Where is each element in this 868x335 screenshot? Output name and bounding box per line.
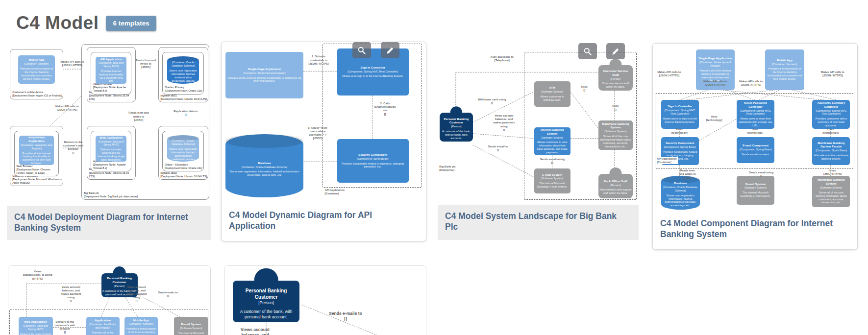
node-single-page-application: Single-Page Application[Container: Javas… bbox=[225, 52, 303, 99]
edge-label: Sends e-mails to [] bbox=[329, 311, 362, 322]
node-reset-password-controller: Reset Password Controller[Component: Spr… bbox=[737, 100, 774, 128]
template-card-4[interactable]: Single-Page Application[Container: Javas… bbox=[652, 43, 858, 250]
edge-label: Delivers to the customer's web browser [… bbox=[55, 320, 75, 335]
frame-label: Oracle - Primary [Deployment Node: Oracl… bbox=[165, 86, 202, 93]
template-thumbnail: Single-Page Application[Container: Javas… bbox=[653, 44, 857, 212]
edge-label: Sends e-mail using [] bbox=[540, 158, 565, 165]
node-accounts-summary-controller: Accounts Summary Controller[Component: S… bbox=[812, 100, 850, 128]
template-card-6[interactable]: Personal Banking Customer[Person]A custo… bbox=[224, 265, 426, 335]
card-footer: C4 Model Dynamic Diagram for API Applica… bbox=[222, 204, 426, 241]
node-web-application: Web Application[Container: Java and Spri… bbox=[96, 136, 126, 162]
edit-icon[interactable] bbox=[606, 43, 625, 59]
edge-label: Sends e-mail using [] bbox=[749, 171, 773, 178]
edge-label: Makes API calls to [JSON / HTTPS] bbox=[61, 60, 84, 67]
node-customer-service-staff: Customer Service Staff[Person]Customer s… bbox=[598, 65, 633, 91]
edge-label: Big Bank plc [Enterprise] bbox=[439, 165, 455, 172]
template-card-3[interactable]: Personal Banking Customer[Person]A custo… bbox=[438, 43, 639, 240]
frame-label: Web Browser [Deployment Node: Chrome, Fi… bbox=[17, 165, 59, 175]
edge-label: Delivers to the customer's web browser [… bbox=[63, 141, 83, 155]
node-email-system: E-mail System[Software System]The intern… bbox=[737, 176, 774, 204]
edge-label: 2: Calls isAuthenticated() on [] bbox=[374, 102, 396, 116]
edge-label: Makes API calls to [JSON / HTTPS] bbox=[55, 105, 79, 112]
template-title[interactable]: C4 Model System Landscape for Big Bank P… bbox=[438, 205, 639, 239]
edge-label: Views account balances, and makes paymen… bbox=[61, 286, 81, 303]
edge-label: Send e-mails to [] bbox=[158, 291, 178, 298]
template-card-5[interactable]: Personal Banking Customer[Person]A custo… bbox=[8, 265, 211, 335]
node-atm: ATM[Software System]Allows customers to … bbox=[534, 81, 570, 107]
edge-label: 3: select * from users where username = … bbox=[308, 126, 327, 141]
card-footer: C4 Model System Landscape for Big Bank P… bbox=[438, 205, 639, 240]
node-database-primary: Database[Container: Oracle Database Sche… bbox=[167, 56, 199, 84]
frame-label: Oracle - Secondary [Deployment Node: Ora… bbox=[165, 163, 202, 170]
edge-label: 1: Submits credentials to [JSON / HTTPS] bbox=[308, 55, 328, 65]
edge-label: Withdraws cash using [] bbox=[478, 98, 506, 105]
frame-label: Apache Tomcat [Deployment Node: Apache T… bbox=[93, 82, 131, 93]
template-title[interactable]: C4 Model Component Diagram for Internet … bbox=[653, 212, 857, 246]
node-mainframe-banking-system: Mainframe Banking System[Software System… bbox=[598, 120, 633, 149]
node-mainframe-banking-system-facade: Mainframe Banking System Facade[Componen… bbox=[812, 137, 850, 165]
node-mobile-app: Mobile App[Container: Xamarin]Provides a… bbox=[765, 49, 804, 90]
edge-label: Uses [] bbox=[581, 85, 588, 92]
node-internet-banking-system: Internet Banking System[Software System]… bbox=[534, 127, 570, 156]
edit-icon[interactable] bbox=[381, 42, 399, 58]
template-thumbnail: Big Bank plc [Deployment Node: Big Bank … bbox=[7, 43, 211, 206]
node-single-page-application: Single-Page Application[Container: JavaS… bbox=[86, 317, 120, 335]
frame-label: Customer's mobile device [Deployment Nod… bbox=[12, 91, 62, 97]
edge-label: Makes API calls to [JSON / HTTPS] bbox=[703, 80, 727, 87]
edge-label: Reads from and writes to [JDBC] bbox=[679, 169, 696, 179]
edge-label: Sends e-mail to [] bbox=[488, 145, 508, 152]
edge-label: API Application [Container] bbox=[656, 157, 677, 164]
edge-label: Asks questions to [Telephone] bbox=[491, 55, 514, 62]
edge-label: Views account balances, and makes paymen… bbox=[493, 114, 515, 132]
edge-label: Views bigbank.com / ib using [HTTPS] bbox=[23, 270, 52, 280]
edge-label: Uses [technology] bbox=[747, 128, 763, 135]
node-mobile-app: Mobile App[Container: Xamarin]Provides a… bbox=[18, 55, 55, 84]
zoom-icon[interactable] bbox=[352, 42, 371, 58]
edge-label: Uses [] bbox=[612, 104, 619, 111]
edge-label: Makes API calls to [JSON / HTTPS] bbox=[657, 71, 681, 77]
edge-label: Uses [technology] bbox=[671, 128, 688, 135]
card-footer: C4 Model Component Diagram for Internet … bbox=[653, 212, 857, 249]
edge-label: Uses [technology] bbox=[822, 128, 839, 135]
node-email-system: E-mail System[Software System]The intern… bbox=[534, 168, 570, 193]
template-grid: Big Bank plc [Deployment Node: Big Bank … bbox=[0, 0, 868, 335]
edge-label: API Application [Container] bbox=[324, 189, 346, 195]
template-title[interactable]: C4 Model Dynamic Diagram for API Applica… bbox=[222, 204, 426, 238]
node-personal-banking-customer: Personal Banking Customer[Person]A custo… bbox=[440, 113, 473, 142]
template-thumbnail: Personal Banking Customer[Person]A custo… bbox=[8, 266, 210, 335]
node-database: Database[Container: Oracle Database Sche… bbox=[225, 134, 303, 197]
edge-label: Reads from and writes to [JDBC] bbox=[136, 59, 156, 69]
node-sign-in-controller: Sign In Controller[Component: Spring MVC… bbox=[661, 100, 699, 128]
edge-label: Uses [XML / HTTPS] bbox=[823, 169, 842, 176]
node-email-component: E-mail Component[Component: Spring Bean]… bbox=[737, 137, 774, 163]
node-database: Database[Container: Oracle Database Sche… bbox=[661, 176, 700, 210]
frame-label: bigbank-db01 [Deployment Node: Ubuntu 16… bbox=[161, 94, 207, 101]
edge-label: Makes API calls to [JSON / HTTPS] bbox=[821, 71, 844, 77]
frame-label: bigbank-db02 [Deployment Node: Ubuntu 16… bbox=[161, 171, 207, 178]
edge-label: Views account balances, and makes paymen… bbox=[238, 327, 272, 335]
node-api-application: API Application[Container: Java and Spri… bbox=[96, 57, 126, 84]
zoom-icon[interactable] bbox=[578, 43, 597, 59]
edge-label: Views account balances, and makes paymen… bbox=[126, 286, 147, 303]
node-mobile-app: Mobile App[Container: Xamarin]Provides a… bbox=[124, 317, 158, 335]
node-email-system: E-mail System[Software System]The intern… bbox=[174, 317, 208, 335]
node-single-page-application: Single-Page Application[Container: Javas… bbox=[19, 136, 54, 165]
edge-label: Replication data to [] bbox=[174, 110, 198, 117]
node-database-secondary: Database[Container: Oracle Database Sche… bbox=[167, 135, 199, 162]
edge-label: Uses [technology] bbox=[706, 115, 722, 122]
template-thumbnail: Personal Banking Customer[Person]A custo… bbox=[438, 43, 639, 205]
node-security-component: Security Component[Component: Sprint Bea… bbox=[337, 139, 409, 183]
template-thumbnail: Personal Banking Customer[Person]A custo… bbox=[225, 266, 426, 335]
frame-label: Big Bank plc [Deployment Node: Big Bank … bbox=[84, 191, 138, 198]
card-footer: C4 Model Deployment Diagram for Internet… bbox=[7, 206, 211, 240]
node-back-office-staff: Back Office Staff[Person]Administration … bbox=[598, 174, 633, 198]
node-web-application: Web Application[Container: Java and Spri… bbox=[19, 317, 53, 335]
node-personal-banking-customer: Personal Banking Customer[Person]A custo… bbox=[233, 281, 299, 323]
edge-label: Makes API calls to [JSON / HTTPS] bbox=[739, 80, 763, 87]
template-card-2[interactable]: Single-Page Application[Container: Javas… bbox=[221, 42, 426, 241]
template-card-1[interactable]: Big Bank plc [Deployment Node: Big Bank … bbox=[7, 43, 211, 240]
edge-label: Reads from and writes to [JDBC] bbox=[128, 111, 149, 121]
node-mainframe-banking-system: Mainframe Banking System[Software System… bbox=[812, 176, 850, 207]
template-title[interactable]: C4 Model Deployment Diagram for Internet… bbox=[7, 206, 211, 240]
template-thumbnail: Single-Page Application[Container: Javas… bbox=[222, 42, 426, 204]
